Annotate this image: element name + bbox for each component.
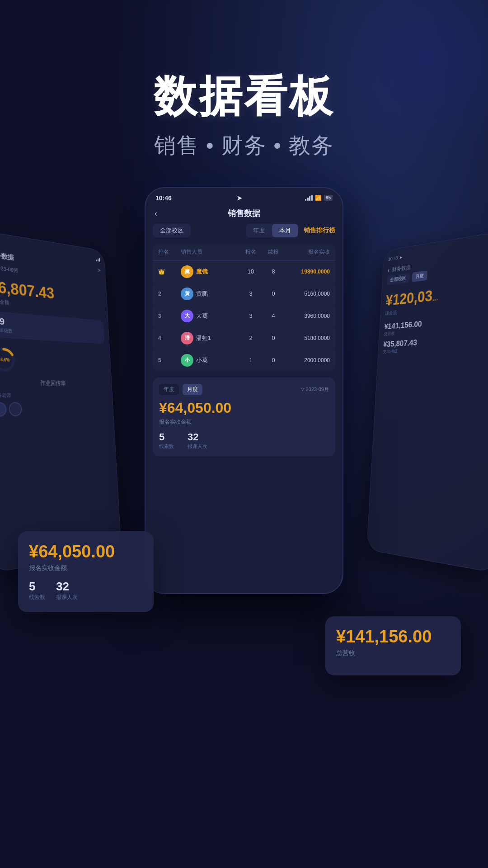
time-tabs: 年度 本月 xyxy=(246,224,298,237)
salesperson-2: 黄 黄鹏 xyxy=(181,288,239,300)
float-stat-leads: 5 线索数 xyxy=(29,580,45,601)
bottom-tab-row: 年度 月度 ∨ 2023-09月 xyxy=(159,384,329,395)
center-signal xyxy=(305,195,313,201)
float-stat-enrollments: 32 报课人次 xyxy=(56,580,78,601)
svg-text:16.6%: 16.6% xyxy=(0,357,10,362)
location-icon: ➤ xyxy=(237,194,242,202)
main-content: 数据看板 销售 • 财务 • 教务 10:46 教务数据 > ∨ xyxy=(0,0,488,868)
rank-1: 👑 xyxy=(158,269,181,275)
tab-month[interactable]: 本月 xyxy=(272,224,298,237)
tab-year[interactable]: 年度 xyxy=(246,224,272,237)
teacher-avatar-2 xyxy=(9,402,22,416)
phone-left-inner: 10:46 教务数据 > ∨ 2023-09月 ¥6,807.43 课消金额 2… xyxy=(0,231,114,425)
homework-chart: 16.6% xyxy=(0,346,16,373)
nav-bar: ‹ 销售数据 xyxy=(145,205,343,224)
right-back[interactable]: ‹ xyxy=(387,266,389,274)
nav-title: 销售数据 xyxy=(228,208,260,219)
col-signup: 报名 xyxy=(239,248,262,256)
amount-3: 3960.0000 xyxy=(285,313,330,319)
right-campus[interactable]: 全部校区 xyxy=(387,273,410,285)
amount-1: 19890.0000 xyxy=(285,269,330,275)
enrollments-label: 报课人次 xyxy=(188,443,207,450)
avatar-1: 魔 xyxy=(181,265,193,278)
salesperson-1: 魔 魔镜 xyxy=(181,265,239,278)
float-enrollments-num: 32 xyxy=(56,580,78,594)
stat-leads: 5 线索数 xyxy=(159,431,174,450)
teacher-label: 教务老师 xyxy=(0,392,108,399)
homework-rate-label: 作业回传率 xyxy=(0,378,107,387)
salesperson-4: 潘 潘虹1 xyxy=(181,332,239,344)
renewal-4: 0 xyxy=(262,335,285,341)
sub-item-1: ¥141,156.00 总营收 xyxy=(384,313,488,337)
signup-4: 2 xyxy=(239,335,262,341)
bottom-label: 报名实收金额 xyxy=(159,418,329,426)
teacher-avatar-1 xyxy=(0,402,7,416)
renewal-2: 0 xyxy=(262,290,285,297)
content-area: 全部校区 年度 本月 销售排行榜 排名 销售人 xyxy=(145,224,343,456)
avatar-3: 大 xyxy=(181,310,193,322)
avatar-4: 潘 xyxy=(181,332,193,344)
float-leads-label: 线索数 xyxy=(29,594,45,601)
right-sub-amounts: ¥141,156.00 总营收 ¥35,807.43 支出构成 xyxy=(383,313,488,354)
float-leads-num: 5 xyxy=(29,580,45,594)
amount-5: 2000.0000 xyxy=(285,357,330,363)
right-location-icon: ➤ xyxy=(399,255,403,260)
signup-2: 3 xyxy=(239,290,262,297)
left-signal xyxy=(96,256,100,261)
col-amount: 报名实收 xyxy=(285,248,330,256)
float-label-1: 报名实收金额 xyxy=(29,564,143,572)
enrollments-num: 32 xyxy=(188,431,207,443)
sub-title: 销售 • 财务 • 教务 xyxy=(154,131,334,160)
avatar-2: 黄 xyxy=(181,288,193,300)
renewal-3: 4 xyxy=(262,312,285,319)
bottom-year-tab[interactable]: 年度 xyxy=(159,384,179,395)
float-enrollments-label: 报课人次 xyxy=(56,594,78,601)
phone-center: 10:46 ➤ 📶 95 xyxy=(145,187,343,594)
rank-2: 2 xyxy=(158,291,181,297)
teacher-avatars xyxy=(0,401,109,417)
right-time: 10:46 xyxy=(388,255,398,262)
phone-left: 10:46 教务数据 > ∨ 2023-09月 ¥6,807.43 课消金额 2… xyxy=(0,230,122,573)
float-amount-1: ¥64,050.00 xyxy=(29,542,143,561)
campus-button[interactable]: 全部校区 xyxy=(153,224,191,237)
salesperson-3: 大 大葛 xyxy=(181,310,239,322)
filter-row: 全部校区 年度 本月 销售排行榜 xyxy=(153,224,335,237)
status-right: 📶 95 xyxy=(305,195,333,201)
center-status-bar: 10:46 ➤ 📶 95 xyxy=(145,188,343,205)
table-row: 5 小 小葛 1 0 2000.0000 xyxy=(153,349,335,371)
table-row: 👑 魔 魔镜 10 8 19890.0000 xyxy=(153,261,335,283)
bottom-stats: 5 线索数 32 报课人次 xyxy=(159,431,329,450)
bottom-amount: ¥64,050.00 xyxy=(159,400,329,416)
float-stats-1: 5 线索数 32 报课人次 xyxy=(29,580,143,601)
rank-4: 4 xyxy=(158,335,181,341)
phone-center-inner: 10:46 ➤ 📶 95 xyxy=(145,188,343,593)
rank-5: 5 xyxy=(158,357,181,363)
float-label-2: 总营收 xyxy=(336,649,450,657)
left-class-stat: 29 总班级数 xyxy=(0,311,105,344)
stat-enrollments: 32 报课人次 xyxy=(188,431,207,450)
bottom-month-tab[interactable]: 月度 xyxy=(183,384,202,395)
float-card-1: ¥64,050.00 报名实收金额 5 线索数 32 报课人次 xyxy=(18,531,154,612)
wifi-icon: 📶 xyxy=(315,195,322,201)
float-amount-2: ¥141,156.00 xyxy=(336,627,450,646)
phones-container: 10:46 教务数据 > ∨ 2023-09月 ¥6,807.43 课消金额 2… xyxy=(0,187,488,684)
renewal-1: 8 xyxy=(262,268,285,275)
tab-and-ranking: 年度 本月 销售排行榜 xyxy=(246,224,335,237)
right-tab[interactable]: 月度 xyxy=(412,270,427,282)
phone-right-inner: 10:46 ➤ ‹ 财务数据 全部校区 月 xyxy=(378,231,488,365)
battery: 95 xyxy=(324,195,333,201)
center-time: 10:46 xyxy=(155,194,172,202)
table-row: 4 潘 潘虹1 2 0 5180.0000 xyxy=(153,327,335,349)
header-section: 数据看板 销售 • 财务 • 教务 xyxy=(154,72,334,160)
salesperson-5: 小 小葛 xyxy=(181,354,239,367)
back-button[interactable]: ‹ xyxy=(155,209,157,218)
signup-3: 3 xyxy=(239,312,262,319)
main-title: 数据看板 xyxy=(154,72,334,120)
rank-3: 3 xyxy=(158,313,181,319)
phone-right: 10:46 ➤ ‹ 财务数据 全部校区 月 xyxy=(366,230,488,573)
float-card-2: ¥141,156.00 总营收 xyxy=(325,616,461,675)
col-person: 销售人员 xyxy=(181,248,239,256)
table-row: 2 黄 黄鹏 3 0 5160.0000 xyxy=(153,283,335,305)
leads-num: 5 xyxy=(159,431,174,443)
table-row: 3 大 大葛 3 4 3960.0000 xyxy=(153,305,335,327)
